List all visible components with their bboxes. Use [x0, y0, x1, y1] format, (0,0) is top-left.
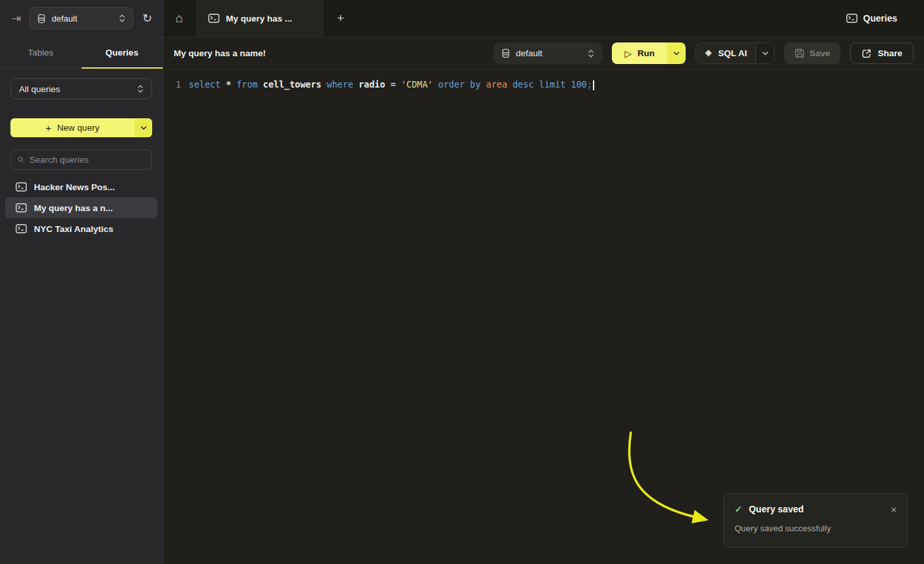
save-label: Save — [810, 48, 831, 58]
query-terminal-icon — [846, 14, 857, 23]
toolbar-database-select[interactable]: default — [494, 42, 602, 64]
sql-ai-split-button: ❖ SQL AI — [695, 42, 774, 64]
text-cursor — [593, 80, 594, 90]
sidebar: ⇥ default ↻ Tables Queries All queries — [0, 0, 163, 564]
active-tab-label: My query has ... — [226, 14, 292, 24]
sql-token: ; — [587, 79, 592, 90]
tab-tables-label: Tables — [28, 48, 54, 58]
search-icon — [18, 155, 24, 165]
run-button[interactable]: ▷ Run — [612, 42, 667, 64]
query-toolbar: My query has a name! default ▷ Run — [163, 37, 924, 70]
share-button[interactable]: Share — [850, 42, 914, 64]
query-terminal-icon — [16, 224, 27, 233]
query-list-item-selected[interactable]: My query has a n... — [5, 197, 157, 218]
toolbar-database-value: default — [516, 48, 543, 58]
share-icon — [861, 48, 872, 59]
play-icon: ▷ — [625, 48, 632, 59]
sql-code: select * from cell_towers where radio = … — [189, 78, 594, 91]
sql-editor[interactable]: 1 select * from cell_towers where radio … — [163, 70, 924, 564]
toast-message: Query saved successfully — [735, 523, 897, 533]
chevron-down-icon — [140, 125, 147, 131]
query-terminal-icon — [16, 182, 27, 191]
database-icon — [502, 48, 510, 58]
toolbar-actions: default ▷ Run ❖ SQL AI — [494, 42, 914, 64]
tab-strip: ⌂ My query has ... + Queries — [163, 0, 924, 37]
chevron-down-icon — [762, 51, 769, 56]
toast-query-saved: ✓ Query saved × Query saved successfully — [724, 493, 908, 548]
line-number: 1 — [163, 78, 189, 91]
sql-token: limit — [539, 79, 571, 90]
refresh-icon[interactable]: ↻ — [142, 12, 152, 24]
query-item-label: My query has a n... — [34, 203, 113, 213]
share-label: Share — [878, 48, 902, 58]
sql-token: = — [390, 79, 401, 90]
query-list-item[interactable]: NYC Taxi Analytics — [5, 218, 157, 239]
sql-token: 'CDMA' — [401, 79, 438, 90]
new-tab-button[interactable]: + — [325, 0, 357, 37]
sql-token: from — [236, 79, 263, 90]
sparkles-icon: ❖ — [705, 48, 712, 58]
sql-token: * — [226, 79, 236, 90]
save-button[interactable]: Save — [784, 42, 840, 64]
query-item-label: NYC Taxi Analytics — [34, 224, 114, 234]
tab-queries-label: Queries — [106, 48, 138, 58]
sidebar-database-select[interactable]: default — [29, 7, 133, 29]
sql-token: desc — [513, 79, 539, 90]
sql-token: order by — [438, 79, 486, 90]
query-title: My query has a name! — [174, 48, 266, 58]
sql-ai-options-button[interactable] — [756, 43, 774, 63]
queries-filter-select[interactable]: All queries — [10, 78, 152, 99]
query-terminal-icon — [208, 14, 219, 23]
code-line-1: 1 select * from cell_towers where radio … — [163, 70, 924, 91]
updown-chevron-icon — [588, 49, 594, 58]
sidebar-tabs: Tables Queries — [0, 37, 163, 69]
sidebar-database-value: default — [52, 14, 77, 24]
updown-chevron-icon — [137, 84, 144, 93]
toast-header: ✓ Query saved × — [735, 504, 897, 514]
queries-filter-value: All queries — [19, 84, 60, 94]
home-button[interactable]: ⌂ — [163, 0, 195, 37]
new-query-dropdown-button[interactable] — [135, 118, 152, 137]
sidebar-header: ⇥ default ↻ — [0, 0, 163, 37]
sql-ai-label: SQL AI — [718, 48, 747, 58]
queries-panel-button[interactable]: Queries — [846, 0, 924, 37]
sql-token: area — [486, 79, 513, 90]
sidebar-tab-tables[interactable]: Tables — [0, 37, 82, 68]
sql-token: cell_towers — [263, 79, 327, 90]
query-item-label: Hacker News Pos... — [34, 182, 115, 192]
sidebar-tab-queries[interactable]: Queries — [82, 37, 163, 68]
run-options-button[interactable] — [667, 42, 686, 64]
search-queries-box — [10, 150, 152, 170]
new-query-label: New query — [57, 123, 100, 133]
chevron-down-icon — [673, 51, 680, 56]
active-query-tab[interactable]: My query has ... — [195, 0, 325, 37]
run-split-button: ▷ Run — [612, 42, 686, 64]
sql-token: 100 — [571, 79, 586, 90]
sql-token: radio — [358, 79, 390, 90]
search-queries-input[interactable] — [29, 155, 145, 165]
save-icon — [795, 48, 805, 58]
collapse-sidebar-icon[interactable]: ⇥ — [12, 13, 21, 24]
home-icon: ⌂ — [176, 11, 183, 25]
run-label: Run — [637, 48, 654, 58]
sql-ai-button[interactable]: ❖ SQL AI — [696, 43, 756, 63]
close-icon[interactable]: × — [891, 505, 897, 514]
toast-title: Query saved — [749, 504, 804, 514]
plus-icon: + — [337, 11, 344, 25]
check-icon: ✓ — [735, 504, 742, 514]
database-icon — [37, 14, 46, 24]
sql-token: select — [189, 79, 226, 90]
query-terminal-icon — [16, 203, 27, 212]
new-query-button[interactable]: + New query — [10, 118, 135, 137]
new-query-split-button: + New query — [10, 118, 152, 137]
sql-token: where — [327, 79, 358, 90]
queries-panel-label: Queries — [863, 13, 897, 24]
query-list-item[interactable]: Hacker News Pos... — [5, 176, 157, 197]
plus-icon: + — [46, 122, 52, 133]
updown-chevron-icon — [119, 14, 125, 23]
query-list: Hacker News Pos... My query has a n... N… — [0, 176, 163, 239]
